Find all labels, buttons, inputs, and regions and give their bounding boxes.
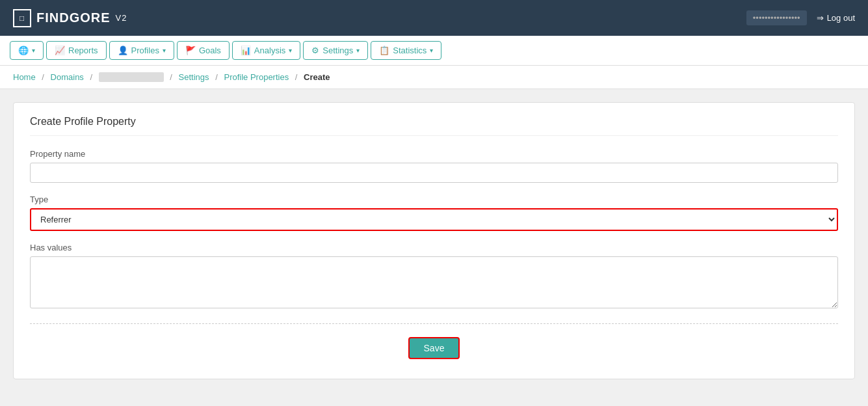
- breadcrumb-sep-1: /: [42, 72, 44, 82]
- header-user: ••••••••••••••••: [746, 10, 807, 25]
- form-divider: [30, 323, 838, 324]
- analysis-caret-icon: ▾: [289, 47, 292, 54]
- breadcrumb-sep-3: /: [170, 72, 172, 82]
- home-caret-icon: ▾: [32, 47, 35, 54]
- type-group: Type Referrer Text Number Date Boolean: [30, 195, 838, 231]
- statistics-caret-icon: ▾: [430, 47, 433, 54]
- breadcrumb: Home / Domains / / Settings / Profile Pr…: [0, 66, 868, 89]
- breadcrumb-sep-4: /: [215, 72, 218, 82]
- nav-settings-button[interactable]: ⚙ Settings ▾: [303, 41, 368, 60]
- logo: □ FINDGORE V2: [13, 9, 127, 27]
- settings-label: Settings: [322, 46, 353, 55]
- goals-label: Goals: [199, 46, 221, 55]
- goals-icon: 🚩: [185, 46, 196, 55]
- type-label: Type: [30, 195, 838, 204]
- has-values-textarea[interactable]: [30, 256, 838, 308]
- card-title: Create Profile Property: [30, 116, 838, 136]
- breadcrumb-sep-5: /: [295, 72, 298, 82]
- create-profile-property-card: Create Profile Property Property name Ty…: [13, 102, 855, 379]
- breadcrumb-domain-name[interactable]: [99, 72, 164, 82]
- breadcrumb-domains[interactable]: Domains: [51, 72, 84, 82]
- header-right: •••••••••••••••• ⇒ Log out: [746, 10, 855, 25]
- analysis-icon: 📊: [241, 46, 251, 55]
- nav-profiles-button[interactable]: 👤 Profiles ▾: [109, 41, 174, 60]
- has-values-group: Has values: [30, 243, 838, 310]
- profiles-label: Profiles: [131, 46, 159, 55]
- navbar: 🌐 ▾ 📈 Reports 👤 Profiles ▾ 🚩 Goals 📊 Ana…: [0, 36, 868, 66]
- statistics-label: Statistics: [393, 46, 427, 55]
- breadcrumb-current: Create: [304, 72, 330, 82]
- breadcrumb-settings[interactable]: Settings: [179, 72, 209, 82]
- profiles-caret-icon: ▾: [163, 47, 166, 54]
- reports-label: Reports: [68, 46, 98, 55]
- nav-reports-button[interactable]: 📈 Reports: [46, 41, 107, 60]
- breadcrumb-domain-blurred: [99, 72, 164, 82]
- nav-analysis-button[interactable]: 📊 Analysis ▾: [232, 41, 300, 60]
- breadcrumb-profile-properties[interactable]: Profile Properties: [224, 72, 289, 82]
- settings-caret-icon: ▾: [356, 47, 360, 54]
- breadcrumb-sep-2: /: [90, 72, 92, 82]
- property-name-label: Property name: [30, 149, 838, 159]
- logout-arrow-icon: ⇒: [817, 13, 824, 23]
- main-content: Create Profile Property Property name Ty…: [0, 89, 868, 403]
- logout-label: Log out: [827, 13, 855, 23]
- save-button[interactable]: Save: [408, 337, 460, 359]
- nav-home-dropdown[interactable]: 🌐 ▾: [10, 41, 44, 60]
- logout-button[interactable]: ⇒ Log out: [817, 13, 855, 23]
- nav-goals-button[interactable]: 🚩 Goals: [177, 41, 230, 60]
- header: □ FINDGORE V2 •••••••••••••••• ⇒ Log out: [0, 0, 868, 36]
- analysis-label: Analysis: [254, 46, 285, 55]
- property-name-input[interactable]: [30, 163, 838, 183]
- breadcrumb-home[interactable]: Home: [13, 72, 36, 82]
- logo-text: FINDGORE: [36, 10, 111, 25]
- settings-icon: ⚙: [311, 46, 319, 55]
- nav-statistics-button[interactable]: 📋 Statistics ▾: [371, 41, 441, 60]
- globe-icon: 🌐: [18, 46, 29, 55]
- profiles-icon: 👤: [118, 46, 128, 55]
- reports-icon: 📈: [55, 46, 65, 55]
- property-name-group: Property name: [30, 149, 838, 183]
- save-btn-wrapper: Save: [30, 337, 838, 359]
- has-values-label: Has values: [30, 243, 838, 252]
- statistics-icon: 📋: [379, 46, 389, 55]
- type-select[interactable]: Referrer Text Number Date Boolean: [30, 208, 838, 231]
- logo-icon: □: [13, 9, 31, 27]
- logo-version: V2: [116, 13, 127, 23]
